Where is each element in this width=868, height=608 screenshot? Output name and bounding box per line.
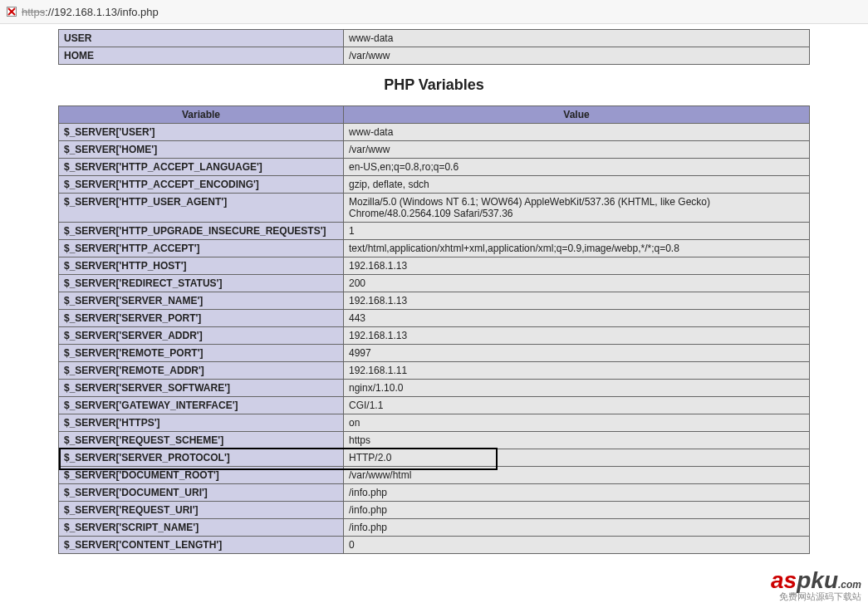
- table-row: $_SERVER['REMOTE_ADDR']192.168.1.11: [59, 362, 810, 380]
- env-key: USER: [59, 30, 344, 47]
- variable-value: 192.168.1.13: [344, 327, 810, 345]
- variable-value: 4997: [344, 345, 810, 362]
- table-row: $_SERVER['HTTP_HOST']192.168.1.13: [59, 257, 810, 275]
- variable-value: text/html,application/xhtml+xml,applicat…: [344, 240, 810, 257]
- variable-value: /info.php: [344, 519, 810, 537]
- env-value: /var/www: [344, 47, 810, 65]
- column-header: Variable: [59, 106, 344, 124]
- variable-name: $_SERVER['REMOTE_ADDR']: [59, 362, 344, 380]
- variable-name: $_SERVER['SERVER_NAME']: [59, 292, 344, 310]
- variable-name: $_SERVER['REMOTE_PORT']: [59, 345, 344, 362]
- variable-value: 1: [344, 223, 810, 240]
- table-row: $_SERVER['GATEWAY_INTERFACE']CGI/1.1: [59, 397, 810, 414]
- table-row: $_SERVER['REDIRECT_STATUS']200: [59, 275, 810, 292]
- table-row: $_SERVER['HTTP_ACCEPT_ENCODING']gzip, de…: [59, 176, 810, 194]
- table-row: $_SERVER['SERVER_SOFTWARE']nginx/1.10.0: [59, 380, 810, 397]
- variable-name: $_SERVER['DOCUMENT_URI']: [59, 484, 344, 502]
- variable-name: $_SERVER['HTTP_ACCEPT']: [59, 240, 344, 257]
- table-row: $_SERVER['SERVER_NAME']192.168.1.13: [59, 292, 810, 310]
- variable-name: $_SERVER['SERVER_PROTOCOL']: [59, 449, 344, 467]
- table-row: $_SERVER['DOCUMENT_URI']/info.php: [59, 484, 810, 502]
- variable-value: 443: [344, 310, 810, 327]
- variable-value: /var/www/html: [344, 467, 810, 484]
- variable-value: /info.php: [344, 484, 810, 502]
- variable-value: en-US,en;q=0.8,ro;q=0.6: [344, 159, 810, 176]
- env-value: www-data: [344, 30, 810, 47]
- table-row: $_SERVER['HOME']/var/www: [59, 141, 810, 159]
- table-row: $_SERVER['USER']www-data: [59, 124, 810, 141]
- variable-name: $_SERVER['SCRIPT_NAME']: [59, 519, 344, 537]
- url-scheme: https: [22, 6, 45, 18]
- table-row: USERwww-data: [59, 30, 810, 47]
- table-row: $_SERVER['REQUEST_SCHEME']https: [59, 432, 810, 449]
- variable-value: /info.php: [344, 502, 810, 519]
- table-row: $_SERVER['HTTP_ACCEPT_LANGUAGE']en-US,en…: [59, 159, 810, 176]
- variable-name: $_SERVER['USER']: [59, 124, 344, 141]
- variable-name: $_SERVER['HTTP_HOST']: [59, 257, 344, 275]
- table-row: $_SERVER['DOCUMENT_ROOT']/var/www/html: [59, 467, 810, 484]
- url-rest: ://192.168.1.13/info.php: [45, 6, 159, 18]
- variable-value: /var/www: [344, 141, 810, 159]
- table-row: HOME/var/www: [59, 47, 810, 65]
- variable-value: on: [344, 414, 810, 432]
- variable-value: Mozilla/5.0 (Windows NT 6.1; WOW64) Appl…: [344, 194, 810, 223]
- variable-name: $_SERVER['HTTP_ACCEPT_LANGUAGE']: [59, 159, 344, 176]
- env-key: HOME: [59, 47, 344, 65]
- variable-name: $_SERVER['HTTPS']: [59, 414, 344, 432]
- table-header-row: VariableValue: [59, 106, 810, 124]
- table-row: $_SERVER['SERVER_PORT']443: [59, 310, 810, 327]
- variable-name: $_SERVER['HOME']: [59, 141, 344, 159]
- table-row: $_SERVER['SCRIPT_NAME']/info.php: [59, 519, 810, 537]
- variable-name: $_SERVER['DOCUMENT_ROOT']: [59, 467, 344, 484]
- table-row: $_SERVER['REMOTE_PORT']4997: [59, 345, 810, 362]
- browser-address-bar[interactable]: https://192.168.1.13/info.php: [0, 0, 868, 24]
- variable-value: HTTP/2.0: [344, 449, 810, 467]
- variable-value: https: [344, 432, 810, 449]
- watermark: aspku.com 免费网站源码下载站: [771, 569, 861, 579]
- page-content: USERwww-dataHOME/var/www PHP Variables V…: [0, 24, 868, 579]
- variable-name: $_SERVER['REDIRECT_STATUS']: [59, 275, 344, 292]
- variable-name: $_SERVER['HTTP_USER_AGENT']: [59, 194, 344, 223]
- section-title: PHP Variables: [58, 76, 810, 94]
- variable-value: nginx/1.10.0: [344, 380, 810, 397]
- variable-name: $_SERVER['SERVER_ADDR']: [59, 327, 344, 345]
- variable-value: CGI/1.1: [344, 397, 810, 414]
- table-row: $_SERVER['REQUEST_URI']/info.php: [59, 502, 810, 519]
- variable-name: $_SERVER['HTTP_UPGRADE_INSECURE_REQUESTS…: [59, 223, 344, 240]
- variable-name: $_SERVER['GATEWAY_INTERFACE']: [59, 397, 344, 414]
- php-variables-table: VariableValue$_SERVER['USER']www-data$_S…: [58, 105, 810, 554]
- environment-table: USERwww-dataHOME/var/www: [58, 29, 810, 65]
- ssl-error-icon: [5, 5, 18, 18]
- variable-name: $_SERVER['REQUEST_SCHEME']: [59, 432, 344, 449]
- variable-name: $_SERVER['REQUEST_URI']: [59, 502, 344, 519]
- variable-name: $_SERVER['SERVER_SOFTWARE']: [59, 380, 344, 397]
- variable-name: $_SERVER['HTTP_ACCEPT_ENCODING']: [59, 176, 344, 194]
- table-row: $_SERVER['HTTP_USER_AGENT']Mozilla/5.0 (…: [59, 194, 810, 223]
- variable-value: 0: [344, 537, 810, 554]
- variable-value: 200: [344, 275, 810, 292]
- variable-value: gzip, deflate, sdch: [344, 176, 810, 194]
- table-row: $_SERVER['HTTP_ACCEPT']text/html,applica…: [59, 240, 810, 257]
- column-header: Value: [344, 106, 810, 124]
- variable-name: $_SERVER['SERVER_PORT']: [59, 310, 344, 327]
- table-row: $_SERVER['HTTP_UPGRADE_INSECURE_REQUESTS…: [59, 223, 810, 240]
- variable-value: 192.168.1.13: [344, 292, 810, 310]
- table-row: $_SERVER['SERVER_ADDR']192.168.1.13: [59, 327, 810, 345]
- variable-value: 192.168.1.11: [344, 362, 810, 380]
- table-row: $_SERVER['CONTENT_LENGTH']0: [59, 537, 810, 554]
- variable-value: 192.168.1.13: [344, 257, 810, 275]
- table-row: $_SERVER['HTTPS']on: [59, 414, 810, 432]
- variable-name: $_SERVER['CONTENT_LENGTH']: [59, 537, 344, 554]
- variable-value: www-data: [344, 124, 810, 141]
- table-row: $_SERVER['SERVER_PROTOCOL']HTTP/2.0: [59, 449, 810, 467]
